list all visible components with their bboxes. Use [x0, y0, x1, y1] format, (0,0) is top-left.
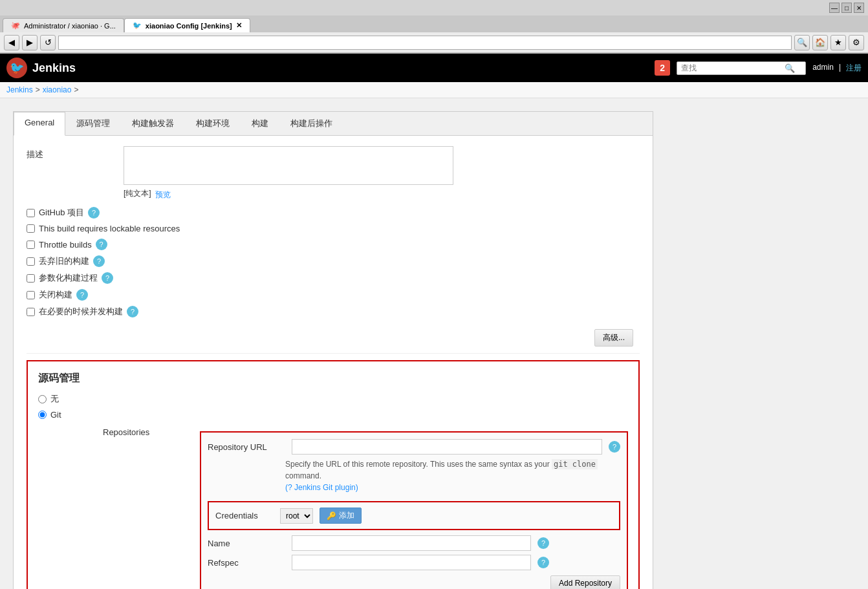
credentials-select[interactable]: root: [280, 508, 313, 524]
tab-general[interactable]: General: [14, 112, 65, 136]
checkbox-throttle-input[interactable]: [27, 241, 35, 249]
refresh-btn[interactable]: ↺: [40, 35, 56, 50]
tab-bar: 🐙 Administrator / xiaoniao · G... 🐦 xiao…: [0, 16, 868, 32]
checkbox-disable: 关闭构建 ?: [27, 289, 640, 301]
hint-line1: Specify the URL of this remote repositor…: [285, 460, 550, 469]
add-repository-btn[interactable]: Add Repository: [550, 575, 620, 589]
help-concurrent-icon[interactable]: ?: [127, 306, 138, 317]
section-divider: [27, 353, 640, 354]
advanced-btn[interactable]: 高级...: [594, 329, 633, 347]
help-name-icon[interactable]: ?: [537, 537, 549, 549]
tab-jenkins[interactable]: 🐦 xiaoniao Config [Jenkins] ✕: [124, 18, 250, 32]
search-btn[interactable]: 🔍: [794, 35, 810, 50]
checkbox-lockable: This build requires lockable resources: [27, 224, 640, 233]
tab-build-env[interactable]: 构建环境: [185, 112, 241, 135]
forward-btn[interactable]: ▶: [22, 35, 38, 50]
radio-git[interactable]: [38, 411, 47, 419]
jenkins-logo-icon: 🐦: [6, 58, 27, 78]
checkbox-github-label: GitHub 项目: [39, 207, 84, 219]
header-user: admin | 注册: [812, 63, 862, 74]
refspec-input[interactable]: [292, 555, 531, 570]
repo-url-row: Repository URL git@192.168.0.208:root/xi…: [208, 439, 620, 455]
title-bar: — □ ✕: [0, 0, 868, 16]
config-panel: General 源码管理 构建触发器 构建环境 构建 构建后操作 描述 [纯文本…: [13, 111, 653, 589]
checkbox-disable-input[interactable]: [27, 291, 35, 299]
config-tabs: General 源码管理 构建触发器 构建环境 构建 构建后操作: [14, 112, 653, 136]
search-icon: 🔍: [785, 63, 795, 73]
url-input[interactable]: http://192.168.0.184:8080/job/xiaoniao/c…: [58, 36, 792, 50]
repositories-block: Repositories Repository URL git@192.168.…: [103, 425, 628, 589]
breadcrumb: Jenkins > xiaoniao >: [0, 82, 868, 98]
maximize-btn[interactable]: □: [841, 3, 852, 13]
scm-title: 源码管理: [38, 372, 628, 385]
help-github-icon[interactable]: ?: [88, 207, 100, 219]
help-discard-icon[interactable]: ?: [93, 255, 105, 267]
radio-git-label: Git: [50, 410, 61, 420]
add-credentials-btn[interactable]: 🔑 添加: [320, 508, 362, 524]
checkbox-disable-label: 关闭构建: [39, 289, 72, 301]
breadcrumb-xiaoniao[interactable]: xiaoniao: [43, 85, 72, 94]
repositories-label: Repositories: [103, 425, 193, 437]
name-label: Name: [208, 539, 285, 548]
radio-none[interactable]: [38, 395, 47, 403]
back-btn[interactable]: ◀: [4, 35, 19, 50]
help-param-icon[interactable]: ?: [102, 272, 113, 284]
preview-link[interactable]: 预览: [155, 189, 171, 200]
description-row: 描述 [纯文本] 预览: [27, 146, 640, 200]
tab-post-build[interactable]: 构建后操作: [279, 112, 343, 135]
username: admin: [812, 63, 834, 74]
search-input[interactable]: [681, 63, 785, 72]
tab-close-icon[interactable]: ✕: [236, 21, 242, 30]
checkbox-lockable-label: This build requires lockable resources: [39, 224, 180, 233]
page-content: General 源码管理 构建触发器 构建环境 构建 构建后操作 描述 [纯文本…: [0, 98, 868, 589]
breadcrumb-sep2: >: [74, 85, 78, 94]
textarea-wrapper: [124, 146, 453, 187]
help-throttle-icon[interactable]: ?: [96, 239, 107, 250]
checkbox-concurrent-input[interactable]: [27, 308, 35, 316]
checkbox-lockable-input[interactable]: [27, 224, 35, 233]
tab-github-favicon: 🐙: [11, 21, 20, 30]
help-disable-icon[interactable]: ?: [76, 289, 88, 301]
repositories-content: Repository URL git@192.168.0.208:root/xi…: [200, 425, 628, 589]
breadcrumb-jenkins[interactable]: Jenkins: [6, 85, 33, 94]
tab-build[interactable]: 构建: [241, 112, 279, 135]
add-credentials-label: 添加: [339, 510, 354, 521]
checkbox-throttle: Throttle builds ?: [27, 239, 640, 250]
logout-link[interactable]: 注册: [846, 63, 862, 74]
jenkins-logo-text: Jenkins: [32, 61, 76, 75]
checkboxes-section: GitHub 项目 ? This build requires lockable…: [27, 207, 640, 317]
description-textarea[interactable]: [124, 146, 453, 185]
description-control: [纯文本] 预览: [124, 146, 640, 200]
home-btn[interactable]: 🏠: [812, 35, 828, 50]
checkbox-github: GitHub 项目 ?: [27, 207, 640, 219]
checkbox-concurrent-label: 在必要的时候并发构建: [39, 306, 123, 317]
help-repo-url-icon[interactable]: ?: [609, 441, 620, 453]
checkbox-throttle-label: Throttle builds: [39, 240, 92, 250]
key-icon: 🔑: [327, 511, 336, 520]
tab-github[interactable]: 🐙 Administrator / xiaoniao · G...: [3, 18, 124, 32]
tab-build-triggers[interactable]: 构建触发器: [121, 112, 185, 135]
checkbox-github-input[interactable]: [27, 209, 35, 217]
help-refspec-icon[interactable]: ?: [537, 557, 549, 568]
name-input[interactable]: [292, 535, 531, 551]
notification-badge[interactable]: 2: [655, 60, 670, 76]
settings-btn[interactable]: ⚙: [849, 35, 864, 50]
repositories-header-row: Repositories Repository URL git@192.168.…: [103, 425, 628, 589]
form-body: 描述 [纯文本] 预览 GitHub 项目 ?: [14, 136, 653, 589]
description-label: 描述: [27, 146, 117, 160]
hint-plugin-link[interactable]: (? Jenkins Git plugin): [285, 483, 358, 492]
credentials-label: Credentials: [215, 511, 274, 520]
credentials-section: Credentials root 🔑 添加: [208, 501, 620, 530]
jenkins-header: 🐦 Jenkins 2 🔍 admin | 注册: [0, 54, 868, 82]
checkbox-param-input[interactable]: [27, 274, 35, 283]
repo-url-input[interactable]: git@192.168.0.208:root/xiaoniao.git: [292, 439, 602, 455]
radio-none-row: 无: [38, 393, 628, 405]
radio-none-label: 无: [50, 393, 59, 405]
close-btn[interactable]: ✕: [854, 3, 864, 13]
tab-scm[interactable]: 源码管理: [65, 112, 121, 135]
star-btn[interactable]: ★: [830, 35, 846, 50]
checkbox-concurrent: 在必要的时候并发构建 ?: [27, 306, 640, 317]
breadcrumb-sep1: >: [36, 85, 40, 94]
checkbox-discard-input[interactable]: [27, 257, 35, 266]
minimize-btn[interactable]: —: [829, 3, 840, 13]
